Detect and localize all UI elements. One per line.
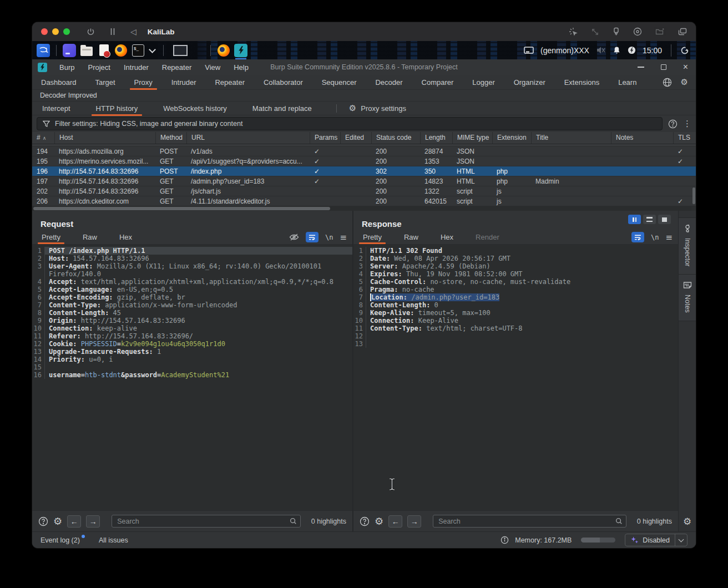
menu-item-view[interactable]: View bbox=[198, 62, 227, 73]
shared-folder-icon[interactable] bbox=[655, 28, 665, 36]
request-editor[interactable]: 1POST /index.php HTTP/1.12Host: 154.57.1… bbox=[32, 245, 352, 510]
disc-icon[interactable] bbox=[633, 27, 642, 36]
column-header-edited[interactable]: Edited bbox=[340, 132, 371, 144]
ai-status-button[interactable]: Disabled bbox=[625, 534, 687, 546]
response-prev-match-button[interactable]: ← bbox=[388, 515, 402, 528]
table-row[interactable]: 197http://154.57.164.83:32696GET/admin.p… bbox=[32, 176, 696, 186]
column-header-extension[interactable]: Extension bbox=[492, 132, 531, 144]
tab-repeater[interactable]: Repeater bbox=[214, 76, 245, 89]
request-search-input[interactable] bbox=[112, 515, 301, 528]
filter-help-icon[interactable] bbox=[668, 119, 678, 129]
tab-decoder-improved[interactable]: Decoder Improved bbox=[40, 92, 97, 99]
column-header-#[interactable]: #∧ bbox=[32, 132, 54, 144]
menu-item-burp[interactable]: Burp bbox=[53, 62, 81, 73]
pointer-capture-icon[interactable] bbox=[569, 27, 578, 36]
request-help-icon[interactable] bbox=[38, 516, 48, 526]
layout-columns-button[interactable] bbox=[628, 215, 641, 224]
display-windows-icon[interactable] bbox=[678, 28, 687, 36]
table-horizontal-scrollbar[interactable] bbox=[32, 206, 691, 211]
session-logout-icon[interactable] bbox=[680, 46, 689, 55]
tab-logger[interactable]: Logger bbox=[471, 76, 496, 89]
word-wrap-toggle[interactable] bbox=[631, 232, 644, 242]
tab-comparer[interactable]: Comparer bbox=[421, 76, 455, 89]
volume-muted-icon[interactable] bbox=[596, 46, 606, 54]
table-row[interactable]: 206https://cdn.ckeditor.comGET/4.11.1/st… bbox=[32, 196, 696, 206]
table-row[interactable]: 196http://154.57.164.83:32696POST/index.… bbox=[32, 166, 696, 176]
tab-http-history[interactable]: HTTP history bbox=[95, 103, 139, 114]
column-header-host[interactable]: Host bbox=[54, 132, 155, 144]
table-row[interactable]: 195https://merino.services.mozil...GET/a… bbox=[32, 156, 696, 166]
response-editor[interactable]: 1HTTP/1.1 302 Found2Date: Wed, 08 Apr 20… bbox=[353, 245, 678, 510]
tab-notes[interactable]: Notes bbox=[679, 275, 696, 321]
window-close-button[interactable]: × bbox=[683, 64, 688, 70]
layout-single-button[interactable] bbox=[658, 215, 671, 224]
traffic-zoom-button[interactable] bbox=[63, 28, 70, 35]
ai-dropdown-button[interactable] bbox=[675, 534, 687, 546]
burp-browser-globe-icon[interactable] bbox=[663, 78, 672, 87]
column-header-mime-type[interactable]: MIME type bbox=[452, 132, 492, 144]
show-newlines-toggle[interactable]: \n bbox=[651, 234, 659, 241]
layout-rows-button[interactable] bbox=[643, 215, 656, 224]
column-header-status-code[interactable]: Status code bbox=[371, 132, 420, 144]
vm-back-icon[interactable]: ◁ bbox=[130, 27, 136, 36]
response-menu-icon[interactable]: ≡ bbox=[665, 232, 673, 242]
traffic-close-button[interactable] bbox=[41, 28, 48, 35]
tab-proxy[interactable]: Proxy bbox=[133, 76, 154, 89]
request-next-match-button[interactable]: → bbox=[86, 515, 100, 528]
tab-raw[interactable]: Raw bbox=[403, 231, 419, 244]
show-newlines-toggle[interactable]: \n bbox=[325, 234, 333, 241]
file-manager-icon[interactable] bbox=[80, 44, 93, 57]
column-header-method[interactable]: Method bbox=[155, 132, 186, 144]
request-search-settings-icon[interactable]: ⚙ bbox=[53, 516, 62, 526]
event-log-button[interactable]: Event log (2) bbox=[41, 536, 80, 544]
column-header-url[interactable]: URL bbox=[186, 132, 310, 144]
proxy-settings-button[interactable]: ⚙ Proxy settings bbox=[349, 104, 406, 113]
table-row[interactable]: 202http://154.57.164.83:32696GET/js/char… bbox=[32, 186, 696, 196]
response-search-input[interactable] bbox=[433, 515, 626, 528]
tab-hex[interactable]: Hex bbox=[118, 231, 133, 244]
tab-organizer[interactable]: Organizer bbox=[513, 76, 547, 89]
column-header-notes[interactable]: Notes bbox=[611, 132, 673, 144]
all-issues-button[interactable]: All issues bbox=[99, 536, 128, 544]
request-menu-icon[interactable]: ≡ bbox=[340, 232, 347, 242]
tab-decoder[interactable]: Decoder bbox=[374, 76, 403, 89]
settings-gear-button[interactable]: ⚙ bbox=[681, 78, 688, 87]
menu-item-help[interactable]: Help bbox=[227, 62, 255, 73]
column-header-title[interactable]: Title bbox=[531, 132, 611, 144]
vm-power-icon[interactable] bbox=[87, 28, 95, 36]
tab-websockets-history[interactable]: WebSockets history bbox=[162, 103, 228, 114]
column-header-params[interactable]: Params bbox=[310, 132, 340, 144]
response-help-icon[interactable] bbox=[360, 516, 370, 526]
filter-menu-kebab-icon[interactable]: ⋮ bbox=[683, 119, 691, 129]
firefox-launcher-icon[interactable] bbox=[114, 44, 128, 57]
tab-pretty[interactable]: Pretty bbox=[362, 231, 383, 244]
workspace-switcher[interactable] bbox=[173, 45, 188, 56]
menu-item-repeater[interactable]: Repeater bbox=[155, 62, 198, 73]
kali-menu-button[interactable] bbox=[37, 44, 50, 57]
tab-intruder[interactable]: Intruder bbox=[170, 76, 198, 89]
window-minimize-button[interactable] bbox=[638, 67, 644, 68]
tab-hex[interactable]: Hex bbox=[439, 231, 454, 244]
tab-intercept[interactable]: Intercept bbox=[41, 103, 72, 114]
response-next-match-button[interactable]: → bbox=[407, 515, 421, 528]
column-header-tls[interactable]: TLS bbox=[673, 132, 696, 144]
word-wrap-toggle[interactable] bbox=[306, 232, 318, 242]
usb-icon[interactable] bbox=[613, 27, 620, 36]
menu-item-project[interactable]: Project bbox=[81, 62, 117, 73]
tab-match-and-replace[interactable]: Match and replace bbox=[251, 103, 313, 114]
text-editor-icon[interactable] bbox=[97, 44, 110, 57]
tab-raw[interactable]: Raw bbox=[82, 231, 98, 244]
menu-item-intruder[interactable]: Intruder bbox=[117, 62, 155, 73]
resize-icon[interactable] bbox=[591, 28, 599, 36]
tab-learn[interactable]: Learn bbox=[617, 76, 638, 89]
tab-sequencer[interactable]: Sequencer bbox=[321, 76, 358, 89]
request-prev-match-button[interactable]: ← bbox=[67, 515, 81, 528]
traffic-minimize-button[interactable] bbox=[52, 28, 59, 35]
tab-extensions[interactable]: Extensions bbox=[563, 76, 601, 89]
terminal-launcher-icon[interactable]: $_ bbox=[132, 44, 145, 57]
response-search-settings-icon[interactable]: ⚙ bbox=[375, 516, 383, 526]
firefox-taskbar-button[interactable] bbox=[217, 44, 230, 57]
vm-pause-icon[interactable] bbox=[109, 28, 116, 36]
window-maximize-button[interactable] bbox=[661, 64, 666, 70]
eye-slash-icon[interactable] bbox=[289, 233, 299, 241]
